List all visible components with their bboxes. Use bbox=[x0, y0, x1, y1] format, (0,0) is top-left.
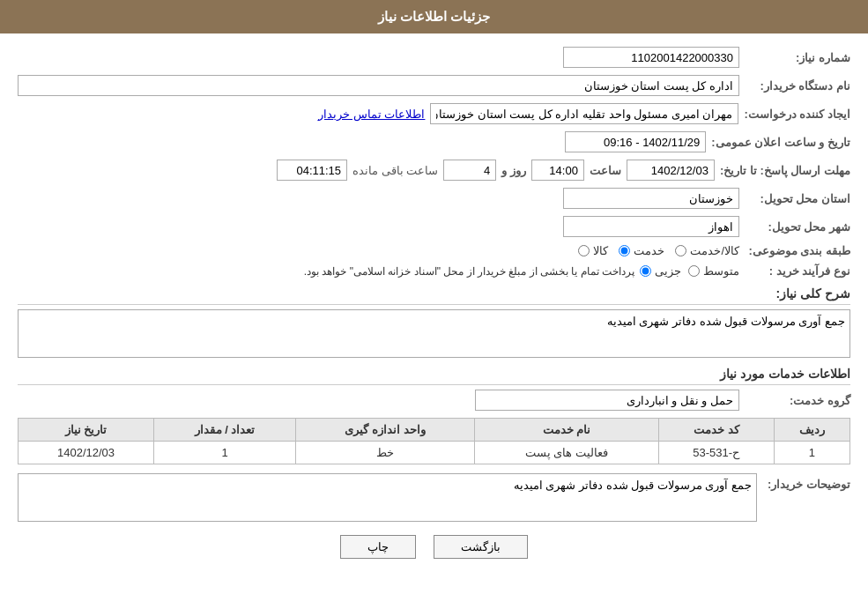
back-button[interactable]: بازگشت bbox=[434, 535, 528, 559]
col-header-unit: واحد اندازه گیری bbox=[296, 419, 475, 442]
purchase-type-motavaset-radio[interactable] bbox=[688, 265, 700, 277]
buyer-desc-label: توضیحات خریدار: bbox=[762, 473, 850, 491]
category-kala-khadamat-label: کالا/خدمت bbox=[690, 244, 739, 257]
purchase-type-motavaset-label: متوسط bbox=[703, 264, 739, 278]
buyer-desc-textarea[interactable] bbox=[18, 473, 757, 522]
col-header-code: کد خدمت bbox=[658, 419, 774, 442]
category-radio-group: کالا/خدمت خدمت کالا bbox=[578, 244, 739, 257]
purchase-type-jozei-label: جزیی bbox=[655, 264, 681, 278]
category-khadamat-label: خدمت bbox=[634, 244, 664, 257]
print-button[interactable]: چاپ bbox=[340, 535, 416, 559]
col-header-date: تاریخ نیاز bbox=[19, 419, 154, 442]
buttons-row: بازگشت چاپ bbox=[18, 535, 850, 559]
requester-label: ایجاد کننده درخواست: bbox=[744, 108, 850, 121]
need-number-input[interactable] bbox=[563, 47, 739, 68]
announce-datetime-label: تاریخ و ساعت اعلان عمومی: bbox=[711, 136, 850, 149]
announce-datetime-input[interactable] bbox=[565, 131, 706, 152]
need-summary-textarea[interactable] bbox=[18, 309, 850, 358]
category-label: طبقه بندی موضوعی: bbox=[745, 244, 850, 257]
purchase-type-group: متوسط جزیی bbox=[640, 264, 739, 278]
col-header-qty: تعداد / مقدار bbox=[154, 419, 296, 442]
purchase-type-label: نوع فرآیند خرید : bbox=[745, 264, 850, 278]
category-kala-radio[interactable] bbox=[578, 245, 590, 256]
remaining-time-input[interactable] bbox=[277, 160, 347, 181]
deadline-days-input[interactable] bbox=[443, 160, 496, 181]
page-title: جزئیات اطلاعات نیاز bbox=[0, 0, 868, 33]
services-section-title: اطلاعات خدمات مورد نیاز bbox=[18, 367, 850, 385]
table-cell-code: ح-531-53 bbox=[658, 442, 774, 464]
need-summary-section-title: شرح کلی نیاز: bbox=[18, 286, 850, 305]
service-group-label: گروه خدمت: bbox=[745, 394, 850, 407]
deadline-days-label: روز و bbox=[501, 164, 526, 177]
province-label: استان محل تحویل: bbox=[745, 192, 850, 205]
need-number-label: شماره نیاز: bbox=[745, 51, 850, 64]
requester-input[interactable] bbox=[430, 103, 738, 124]
purchase-type-jozei-radio[interactable] bbox=[640, 265, 651, 277]
buyer-org-input[interactable] bbox=[18, 75, 739, 96]
table-cell-quantity: 1 bbox=[154, 442, 296, 464]
remaining-label: ساعت باقی مانده bbox=[352, 164, 438, 177]
purchase-note: پرداخت تمام یا بخشی از مبلغ خریدار از مح… bbox=[304, 265, 634, 278]
province-input[interactable] bbox=[563, 188, 739, 209]
deadline-time-input[interactable] bbox=[531, 160, 584, 181]
city-input[interactable] bbox=[563, 216, 739, 237]
col-header-name: نام خدمت bbox=[475, 419, 659, 442]
buyer-org-label: نام دستگاه خریدار: bbox=[745, 79, 850, 93]
category-kala-label: کالا bbox=[593, 244, 608, 257]
category-khadamat-radio[interactable] bbox=[619, 245, 630, 256]
col-header-row: ردیف bbox=[774, 419, 849, 442]
table-cell-row: 1 bbox=[774, 442, 849, 464]
service-group-input[interactable] bbox=[475, 390, 739, 411]
table-cell-name: فعالیت های پست bbox=[475, 442, 659, 464]
deadline-date-input[interactable] bbox=[627, 160, 715, 181]
city-label: شهر محل تحویل: bbox=[745, 220, 850, 234]
services-table: ردیف کد خدمت نام خدمت واحد اندازه گیری ت… bbox=[18, 418, 850, 464]
contact-info-link[interactable]: اطلاعات تماس خریدار bbox=[318, 108, 425, 121]
table-cell-date: 1402/12/03 bbox=[19, 442, 154, 464]
category-kala-khadamat-radio[interactable] bbox=[675, 245, 686, 256]
table-row: 1ح-531-53فعالیت های پستخط11402/12/03 bbox=[19, 442, 850, 464]
deadline-label: مهلت ارسال پاسخ: تا تاریخ: bbox=[720, 164, 850, 177]
table-cell-unit: خط bbox=[296, 442, 475, 464]
deadline-time-label: ساعت bbox=[590, 164, 621, 177]
